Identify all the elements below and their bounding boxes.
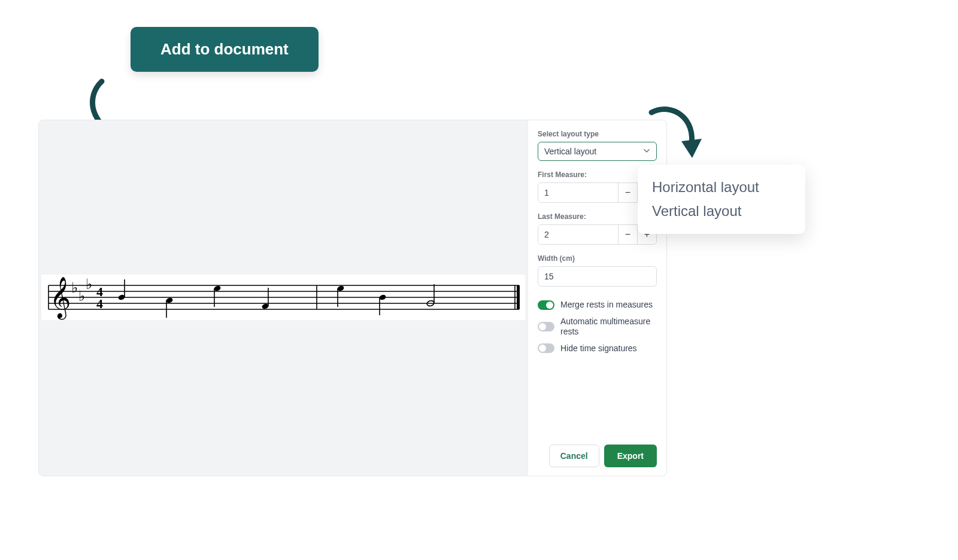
- music-staff: 𝄞 ♭ ♭ ♭ 4 4: [41, 275, 525, 320]
- automatic-multimeasure-rests-label: Automatic multimeasure rests: [560, 316, 657, 337]
- export-button[interactable]: Export: [604, 445, 657, 467]
- last-measure-decrement-button[interactable]: −: [618, 225, 637, 244]
- merge-rests-label: Merge rests in measures: [560, 300, 653, 311]
- layout-type-select-value: Vertical layout: [544, 147, 596, 156]
- svg-text:♭: ♭: [86, 276, 92, 292]
- first-measure-input[interactable]: [538, 183, 618, 202]
- layout-option-vertical[interactable]: Vertical layout: [651, 199, 792, 223]
- cancel-button[interactable]: Cancel: [549, 445, 599, 467]
- layout-type-select[interactable]: Vertical layout: [538, 142, 657, 161]
- first-measure-decrement-button[interactable]: −: [618, 183, 637, 202]
- width-input[interactable]: [538, 266, 657, 287]
- svg-text:4: 4: [96, 296, 103, 311]
- merge-rests-toggle[interactable]: [538, 300, 554, 310]
- score-preview-pane: 𝄞 ♭ ♭ ♭ 4 4: [39, 120, 527, 476]
- svg-rect-8: [517, 285, 520, 309]
- hide-time-signatures-toggle[interactable]: [538, 343, 554, 353]
- automatic-multimeasure-rests-toggle[interactable]: [538, 322, 554, 331]
- add-to-document-button[interactable]: Add to document: [131, 27, 319, 72]
- svg-text:𝄞: 𝄞: [50, 277, 71, 320]
- hide-time-signatures-label: Hide time signatures: [560, 343, 637, 354]
- export-dialog: 𝄞 ♭ ♭ ♭ 4 4: [38, 120, 667, 476]
- width-label: Width (cm): [538, 254, 657, 263]
- layout-option-horizontal[interactable]: Horizontal layout: [651, 175, 792, 199]
- chevron-down-icon: [643, 147, 650, 156]
- select-layout-type-label: Select layout type: [538, 130, 657, 138]
- layout-type-dropdown: Horizontal layout Vertical layout: [638, 165, 805, 234]
- svg-text:♭: ♭: [71, 279, 78, 296]
- svg-text:♭: ♭: [78, 288, 85, 304]
- last-measure-input[interactable]: [538, 225, 618, 244]
